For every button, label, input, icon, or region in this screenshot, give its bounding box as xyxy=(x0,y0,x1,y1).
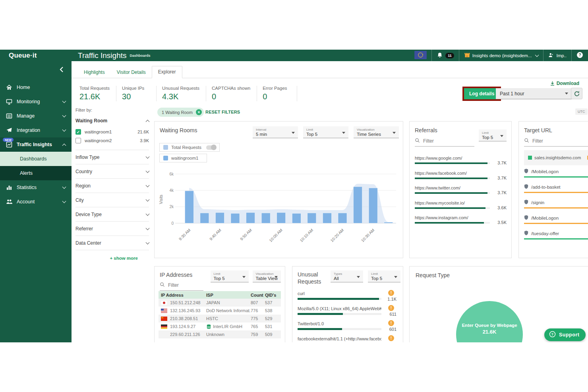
filter-section[interactable]: Data Center xyxy=(75,236,149,250)
show-more-button[interactable]: + show more xyxy=(75,256,149,261)
legend-item[interactable]: waitingroom1 xyxy=(159,154,207,162)
column-header[interactable]: IP Address xyxy=(161,293,206,297)
table-row[interactable]: 132.136.245.93 DoD Network Informat... 7… xyxy=(159,307,281,315)
filter-option[interactable]: waitingroom1 21.6K xyxy=(75,129,149,135)
time-range-select[interactable]: Past 1 hour xyxy=(496,88,572,99)
table-row[interactable]: 229.60.211.126 Unknown 759 509 xyxy=(159,330,281,338)
filter-section[interactable]: Inflow Type xyxy=(75,150,149,164)
language-flag-button[interactable] xyxy=(410,50,431,61)
column-header[interactable]: Count xyxy=(251,293,265,297)
legend-swatch xyxy=(163,156,168,160)
bar-fill xyxy=(524,176,588,178)
support-button[interactable]: ? Support xyxy=(544,328,586,341)
filter-section[interactable]: Device Type xyxy=(75,207,149,222)
referral-row[interactable]: https://www.mycoolsite.io/ 3.6K xyxy=(415,201,507,209)
table-row[interactable]: 193.124.9.27 InterLIR GmbH 765 531 xyxy=(159,322,281,330)
stat-label: Total Requests xyxy=(79,86,110,91)
dropdown-select[interactable]: Visualization Time Series xyxy=(354,126,399,138)
sidebar-item[interactable]: Statistics xyxy=(0,180,72,195)
svg-text:9:50 AM: 9:50 AM xyxy=(239,228,253,241)
legend-item: sales.insightsdemo.com xyxy=(528,155,581,160)
request-count: 601 xyxy=(385,327,397,332)
unusual-request-row[interactable]: Twitterbot/1.0 ! 601 xyxy=(298,321,399,330)
filter-title: Filter by: xyxy=(75,108,149,112)
column-header[interactable]: ISP xyxy=(206,293,251,297)
sidebar-item[interactable]: Dashboards xyxy=(0,152,72,166)
filter-section-label: Data Center xyxy=(75,240,101,246)
target-url-path: /signin xyxy=(531,200,544,205)
table-row[interactable]: 210.38.208.51 HSTC 775 529 xyxy=(159,315,281,322)
filter-option[interactable]: waitingroom2 3.9K xyxy=(75,138,149,143)
request-count: 776 xyxy=(251,308,265,313)
filter-section-label: Device Type xyxy=(75,212,102,217)
filter-chip-waiting-room[interactable]: 1 Waiting Room × xyxy=(157,108,204,117)
table-row[interactable]: 150.51.212.248 JAPAN 807 537 xyxy=(159,299,281,307)
filter-option-count: 21.6K xyxy=(137,129,149,134)
unusual-request-row[interactable]: facebookexternalhit/1.1 (+http://www.fac… xyxy=(298,336,399,342)
sidebar-item[interactable]: NEW Traffic Insights xyxy=(0,137,72,152)
queueit-logo[interactable]: Queue·it xyxy=(0,52,72,60)
request-type-pie-segment[interactable]: Enter Queue by Webpage 21.6K xyxy=(456,301,523,342)
legend-item[interactable]: Total Requests xyxy=(159,143,220,152)
tab[interactable]: Explorer xyxy=(152,66,182,78)
ip-address: 132.136.245.93 xyxy=(170,308,200,313)
notifications-button[interactable]: 11 xyxy=(432,50,459,61)
referral-row[interactable]: https://www.instagram.com/ 3.5K xyxy=(415,215,507,224)
account-menu[interactable]: Insights demo (insightsdem... xyxy=(459,50,544,61)
sidebar-item[interactable]: Home xyxy=(0,80,72,95)
referral-row[interactable]: https://www.facebook.com/ 3.7K xyxy=(415,171,507,179)
caret-down-icon xyxy=(393,132,396,134)
sidebar-item[interactable]: Manage xyxy=(0,109,72,123)
sidebar-collapse-button[interactable] xyxy=(0,61,72,75)
sidebar-item[interactable]: Account xyxy=(0,195,72,209)
filter-section-label: Region xyxy=(75,183,91,189)
filter-section[interactable]: Region xyxy=(75,179,149,193)
filter-section[interactable]: Referrer xyxy=(75,222,149,236)
filter-input[interactable] xyxy=(167,282,203,288)
filter-section[interactable]: City xyxy=(75,193,149,207)
sidebar-item[interactable]: Integration xyxy=(0,123,72,137)
target-url-row[interactable]: /signin xyxy=(524,199,588,209)
target-url-row[interactable]: /tuesday-offer xyxy=(524,230,588,239)
sidebar-item[interactable]: Monitoring xyxy=(0,95,72,109)
checkbox[interactable] xyxy=(75,138,81,143)
bar-fill xyxy=(415,207,485,209)
chevron-down-icon xyxy=(535,53,539,57)
topbar: Queue·it Traffic Insights Dashboards 11 … xyxy=(0,50,588,61)
column-header[interactable]: QID's xyxy=(265,293,279,297)
dropdown-select[interactable]: Limit Top 5 xyxy=(479,129,507,141)
filter-section-waiting-room[interactable]: Waiting Room xyxy=(75,118,149,124)
caret-down-icon xyxy=(275,276,278,278)
unusual-request-row[interactable]: Mozilla/5.0 (X11; Linux x86_64) AppleWeb… xyxy=(298,306,399,315)
reset-filters-button[interactable]: RESET FILTERS xyxy=(205,110,240,114)
refresh-button[interactable] xyxy=(571,88,582,99)
help-button[interactable]: ? xyxy=(572,50,588,61)
dropdown-select[interactable]: Visualization Table View xyxy=(253,270,281,282)
filter-input[interactable] xyxy=(532,138,588,144)
dropdown-select[interactable]: Limit Top 5 xyxy=(211,270,249,282)
dropdown-select[interactable]: Interval 5 min xyxy=(253,126,298,138)
close-icon[interactable]: × xyxy=(196,109,202,115)
dropdown-select[interactable]: Types All xyxy=(331,270,363,282)
sidebar-item[interactable]: Alerts xyxy=(0,166,72,180)
download-button[interactable]: Download xyxy=(550,81,579,86)
impersonate-button[interactable]: Imp.. xyxy=(544,50,571,61)
target-url-row[interactable]: /MobileLogon xyxy=(524,215,588,224)
dropdown-select[interactable]: Limit Top 5 xyxy=(368,270,400,282)
toggle-switch[interactable] xyxy=(206,145,216,150)
filter-section[interactable]: Country xyxy=(75,164,149,179)
dropdown-select[interactable]: Limit Top 5 xyxy=(303,126,348,138)
target-url-row[interactable]: /MobileLogon xyxy=(524,168,588,178)
filter-input[interactable] xyxy=(422,138,474,144)
unusual-request-row[interactable]: curl ! 1.1K xyxy=(298,291,399,300)
tab[interactable]: Highlights xyxy=(78,67,111,78)
tab[interactable]: Visitor Details xyxy=(111,67,152,78)
sidebar-icon xyxy=(6,141,12,148)
referral-row[interactable]: https://www.google.com/ 3.7K xyxy=(415,156,507,164)
bar-fill xyxy=(524,192,588,193)
referral-row[interactable]: https://www.twitter.com/ 3.7K xyxy=(415,185,507,194)
sidebar-menu: Home Monitoring Manage xyxy=(0,80,72,209)
target-url-row[interactable]: /add-to-basket xyxy=(524,184,588,193)
log-details-button[interactable]: Log details xyxy=(464,88,499,99)
checkbox[interactable] xyxy=(75,129,81,135)
